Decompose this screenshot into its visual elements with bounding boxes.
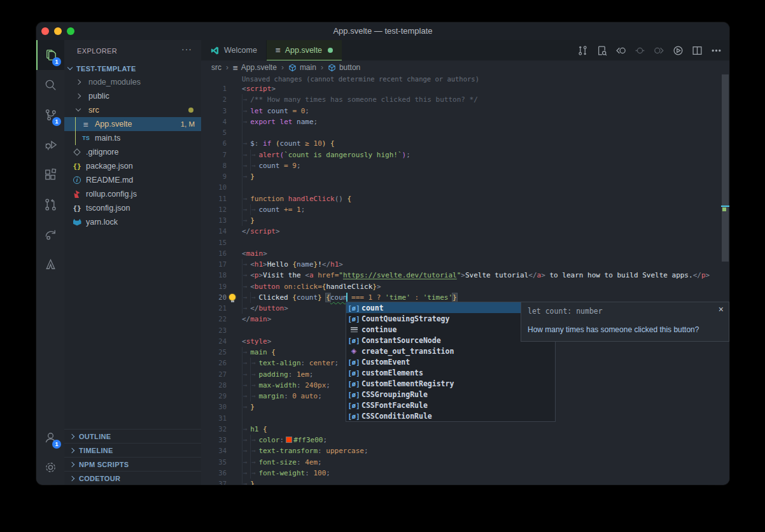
line-number: 4 [201, 116, 242, 127]
tree-item-package-json[interactable]: {}package.json [64, 159, 201, 173]
more-actions-button[interactable] [706, 40, 726, 60]
tab-app-svelte[interactable]: ≡App.svelte [267, 40, 342, 60]
code-line[interactable]: 7→→alert(`count is dangerously high!`); [201, 150, 729, 160]
tree-item--gitignore[interactable]: .gitignore [64, 145, 201, 159]
file-status-badge: 1, M [181, 120, 195, 128]
tree-item-app-svelte[interactable]: ≡App.svelte1, M [64, 117, 201, 131]
token: max-width [258, 381, 297, 389]
activity-pull-requests[interactable] [36, 190, 64, 220]
activity-live-share[interactable] [36, 220, 64, 249]
suggest-item-customelements[interactable]: [ø]customElements [346, 367, 555, 378]
yarn-icon [72, 219, 82, 226]
line-number: 14 [201, 226, 242, 237]
activity-search[interactable] [36, 70, 64, 100]
line-content: </script> [242, 226, 280, 237]
code-line[interactable]: 33→→color:#ff3e00; [201, 435, 729, 445]
compare-changes-button[interactable] [573, 40, 592, 60]
activity-accounts[interactable]: 1 [36, 423, 64, 452]
more-actions-icon[interactable]: ··· [181, 44, 192, 54]
suggest-item-cssfontfacerule[interactable]: [ø]CSSFontFaceRule [346, 400, 555, 410]
token: ; [301, 206, 305, 214]
token: count [263, 107, 288, 115]
code-line[interactable]: 36→→font-weight: 100; [201, 468, 729, 479]
suggest-docs-panel: let count: number How many times has som… [521, 302, 729, 342]
scrollbar-slider[interactable] [722, 74, 729, 262]
breadcrumb-item-app-svelte[interactable]: ≡App.svelte [233, 63, 277, 73]
code-line[interactable]: 37→} [201, 479, 729, 485]
activity-azure[interactable] [36, 249, 64, 279]
code-line[interactable]: 18→<p>Visit the <a href="https://svelte.… [201, 270, 729, 281]
code-line[interactable]: 13→} [201, 215, 729, 226]
section-outline[interactable]: OUTLINE [64, 429, 201, 443]
vscode-logo-icon [210, 46, 220, 55]
code-line[interactable]: 1<script> [201, 83, 729, 94]
titlebar[interactable]: App.svelte — test-template [36, 22, 729, 40]
code-line[interactable]: 14</script> [201, 226, 729, 237]
line-content: →</button> [242, 303, 288, 314]
activity-settings[interactable] [36, 452, 64, 482]
lightbulb-icon[interactable] [229, 294, 235, 300]
tree-root-test-template[interactable]: TEST-TEMPLATE [64, 62, 201, 75]
code-line[interactable]: 32→h1 { [201, 424, 729, 435]
tree-item-tsconfig-json[interactable]: {}tsconfig.json [64, 201, 201, 215]
code-line[interactable]: 35→→font-size: 4em; [201, 457, 729, 468]
code-line[interactable]: 9→} [201, 171, 729, 182]
code-line[interactable]: 16<main> [201, 248, 729, 259]
activity-extensions[interactable] [36, 160, 64, 190]
token: `count is dangerously high!` [284, 151, 402, 159]
code-line[interactable]: 4→export let name; [201, 116, 729, 127]
close-icon[interactable]: × [719, 304, 724, 314]
tab-welcome[interactable]: Welcome [201, 40, 267, 60]
code-line[interactable]: 34→→text-transform: uppercase; [201, 445, 729, 456]
token: color [258, 436, 279, 444]
tree-item-readme-md[interactable]: iREADME.md [64, 173, 201, 187]
code-line[interactable]: 6→$: if (count ≥ 10) { [201, 138, 729, 149]
open-preview-button[interactable] [592, 40, 611, 60]
token: 9 [288, 162, 297, 170]
tree-item-node-modules[interactable]: node_modules [64, 75, 201, 89]
run-code-button[interactable] [668, 40, 687, 60]
back-button[interactable] [611, 40, 630, 60]
editor-scrollbar[interactable] [721, 74, 729, 485]
section-timeline[interactable]: TIMELINE [64, 443, 201, 457]
suggest-item-cssconditionrule[interactable]: [ø]CSSConditionRule [346, 410, 555, 421]
split-editor-button[interactable] [687, 40, 706, 60]
extensions-icon [43, 167, 58, 182]
section-npm-scripts[interactable]: NPM SCRIPTS [64, 457, 201, 471]
token: ; [323, 436, 327, 444]
activity-run-debug[interactable] [36, 130, 64, 160]
code-line[interactable]: 19→<button on:click={handleClick}> [201, 281, 729, 292]
current-button[interactable] [630, 40, 649, 60]
line-content: →→padding: 1em; [242, 369, 313, 380]
ellipsis-icon [711, 45, 722, 56]
code-line[interactable]: 15 [201, 237, 729, 248]
activity-explorer[interactable]: 1 [36, 40, 64, 70]
suggest-item-create_out_transition[interactable]: ◈create_out_transition [346, 346, 555, 356]
code-editor[interactable]: Unsaved changes (cannot determine recent… [201, 74, 729, 485]
tree-item-public[interactable]: public [64, 89, 201, 103]
suggest-item-cssgroupingrule[interactable]: [ø]CSSGroupingRule [346, 389, 555, 400]
activity-source-control[interactable]: 1 [36, 100, 64, 130]
tree-item-src[interactable]: src [64, 103, 201, 117]
suggest-item-customelementregistry[interactable]: [ø]CustomElementRegistry [346, 378, 555, 389]
section-codetour[interactable]: CODETOUR [64, 471, 201, 485]
suggest-item-customevent[interactable]: [ø]CustomEvent [346, 356, 555, 367]
tree-item-main-ts[interactable]: TSmain.ts [64, 131, 201, 145]
code-line[interactable]: 2→/** How many times has someone clicked… [201, 94, 729, 105]
tree-item-yarn-lock[interactable]: yarn.lock [64, 215, 201, 229]
forward-button[interactable] [649, 40, 668, 60]
code-line[interactable]: 12→→count += 1; [201, 204, 729, 215]
breadcrumb-item-button[interactable]: button [328, 63, 360, 72]
suggest-item-label: CustomEvent [361, 358, 410, 367]
code-line[interactable]: 3→let count = 0; [201, 106, 729, 116]
code-line[interactable]: 8→→count = 9; [201, 160, 729, 171]
code-line[interactable]: 11→function handleClick() { [201, 193, 729, 204]
tree-item-rollup-config-js[interactable]: rollup.config.js [64, 187, 201, 201]
code-line[interactable]: 17→<h1>Hello {name}!</h1> [201, 259, 729, 270]
code-line[interactable]: 5 [201, 127, 729, 138]
tree-item-label: node_modules [88, 78, 141, 87]
breadcrumb-item-src[interactable]: src [211, 63, 221, 72]
whitespace-tab-arrow: → [242, 369, 250, 380]
code-line[interactable]: 10 [201, 182, 729, 193]
breadcrumb-item-main[interactable]: main [288, 63, 316, 72]
